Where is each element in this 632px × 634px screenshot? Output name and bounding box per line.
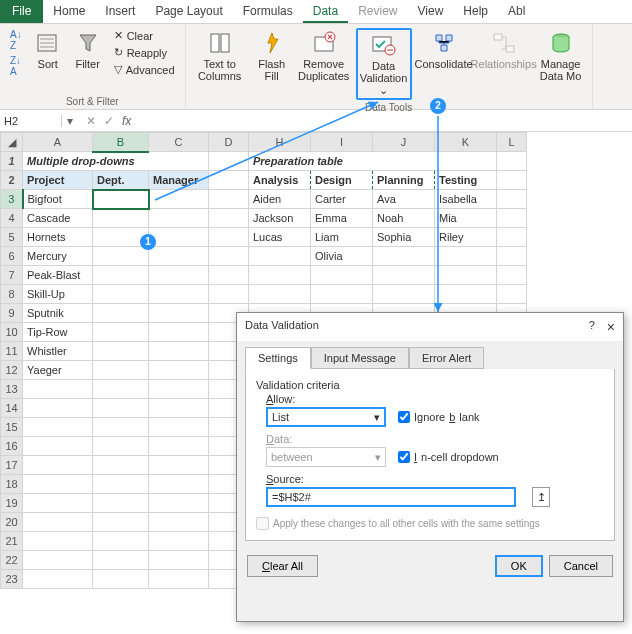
allow-label: Allow: bbox=[266, 393, 604, 405]
tab-home[interactable]: Home bbox=[43, 0, 95, 23]
relationships-button[interactable]: Relationships bbox=[476, 28, 532, 72]
source-label: Source: bbox=[266, 473, 604, 485]
group-sort-filter: A↓Z Z↓A Sort Filter ✕Clear ↻Reapply ▽Adv… bbox=[0, 24, 186, 109]
dialog-tab-error-alert[interactable]: Error Alert bbox=[409, 347, 485, 369]
callout-badge-2: 2 bbox=[430, 98, 446, 114]
flash-fill-icon bbox=[259, 30, 285, 56]
title-right: Preparation table bbox=[249, 152, 497, 171]
relationships-icon bbox=[491, 30, 517, 56]
flash-fill-button[interactable]: Flash Fill bbox=[252, 28, 292, 84]
validation-criteria-label: Validation criteria bbox=[256, 379, 604, 391]
allow-select[interactable]: List▾ bbox=[266, 407, 386, 427]
group-label-sortfilter: Sort & Filter bbox=[66, 94, 119, 107]
sort-asc-icon: A↓Z bbox=[10, 29, 22, 51]
consolidate-button[interactable]: Consolidate bbox=[416, 28, 472, 72]
group-data-tools: Text to Columns Flash Fill Remove Duplic… bbox=[186, 24, 593, 109]
tab-help[interactable]: Help bbox=[453, 0, 498, 23]
formula-bar: H2 ▾ ✕ ✓ fx bbox=[0, 110, 632, 132]
name-box-dropdown[interactable]: ▾ bbox=[62, 114, 78, 128]
dialog-tab-settings[interactable]: Settings bbox=[245, 347, 311, 369]
name-box[interactable]: H2 bbox=[0, 115, 62, 127]
ok-button[interactable]: OK bbox=[495, 555, 543, 577]
tab-page-layout[interactable]: Page Layout bbox=[145, 0, 232, 23]
row-header-1[interactable]: 1 bbox=[1, 152, 23, 171]
row-header-2[interactable]: 2 bbox=[1, 171, 23, 190]
col-header-K[interactable]: K bbox=[435, 133, 497, 152]
tab-insert[interactable]: Insert bbox=[95, 0, 145, 23]
data-validation-icon bbox=[371, 32, 397, 58]
enter-formula-icon[interactable]: ✓ bbox=[104, 114, 114, 128]
apply-all-checkbox: Apply these changes to all other cells w… bbox=[256, 517, 604, 530]
data-select: between▾ bbox=[266, 447, 386, 467]
col-header-A[interactable]: A bbox=[23, 133, 93, 152]
remove-duplicates-icon bbox=[311, 30, 337, 56]
dialog-help-button[interactable]: ? bbox=[589, 319, 595, 335]
manage-data-model-button[interactable]: Manage Data Mo bbox=[536, 28, 586, 84]
cancel-formula-icon[interactable]: ✕ bbox=[86, 114, 96, 128]
tab-data[interactable]: Data bbox=[303, 0, 348, 23]
callout-badge-1: 1 bbox=[140, 234, 156, 250]
title-left: Multiple drop-downs bbox=[23, 152, 209, 171]
data-validation-button[interactable]: Data Validation ⌄ bbox=[356, 28, 412, 100]
svg-rect-7 bbox=[494, 34, 502, 40]
remove-duplicates-button[interactable]: Remove Duplicates bbox=[296, 28, 352, 84]
data-model-icon bbox=[548, 30, 574, 56]
col-header-I[interactable]: I bbox=[311, 133, 373, 152]
svg-rect-2 bbox=[221, 34, 229, 52]
clear-icon: ✕ bbox=[114, 29, 123, 42]
data-validation-dialog: Data Validation ? × Settings Input Messa… bbox=[236, 312, 624, 622]
col-header-B[interactable]: B bbox=[93, 133, 149, 152]
range-selector-button[interactable]: ↥ bbox=[532, 487, 550, 507]
chevron-down-icon: ▾ bbox=[374, 411, 380, 424]
reapply-button[interactable]: ↻Reapply bbox=[110, 45, 179, 60]
col-header-L[interactable]: L bbox=[497, 133, 527, 152]
tab-review[interactable]: Review bbox=[348, 0, 407, 23]
sort-asc-button[interactable]: A↓Z bbox=[6, 28, 26, 52]
clear-all-button[interactable]: Clear All bbox=[247, 555, 318, 577]
dialog-tab-input-message[interactable]: Input Message bbox=[311, 347, 409, 369]
selected-cell-b3[interactable] bbox=[93, 190, 149, 209]
ignore-blank-checkbox[interactable]: Ignore blank bbox=[398, 411, 480, 423]
dialog-title: Data Validation bbox=[245, 319, 319, 335]
chevron-down-icon: ▾ bbox=[375, 451, 381, 464]
advanced-button[interactable]: ▽Advanced bbox=[110, 62, 179, 77]
tab-file[interactable]: File bbox=[0, 0, 43, 23]
select-all-corner[interactable]: ◢ bbox=[1, 133, 23, 152]
row-header-3[interactable]: 3 bbox=[1, 190, 23, 209]
advanced-icon: ▽ bbox=[114, 63, 122, 76]
data-label: Data: bbox=[266, 433, 604, 445]
consolidate-icon bbox=[431, 30, 457, 56]
col-header-J[interactable]: J bbox=[373, 133, 435, 152]
col-header-H[interactable]: H bbox=[249, 133, 311, 152]
sort-desc-button[interactable]: Z↓A bbox=[6, 54, 26, 78]
clear-button[interactable]: ✕Clear bbox=[110, 28, 179, 43]
source-input[interactable]: =$H$2# bbox=[266, 487, 516, 507]
group-label-datatools: Data Tools bbox=[365, 100, 412, 113]
filter-button[interactable]: Filter bbox=[70, 28, 106, 72]
col-header-D[interactable]: D bbox=[209, 133, 249, 152]
sort-desc-icon: Z↓A bbox=[10, 55, 21, 77]
chevron-down-icon: ⌄ bbox=[379, 84, 388, 96]
svg-rect-8 bbox=[506, 46, 514, 52]
tab-ablebits[interactable]: Abl bbox=[498, 0, 535, 23]
tab-view[interactable]: View bbox=[408, 0, 454, 23]
cancel-button[interactable]: Cancel bbox=[549, 555, 613, 577]
in-cell-dropdown-checkbox[interactable]: In-cell dropdown bbox=[398, 451, 499, 463]
text-to-columns-button[interactable]: Text to Columns bbox=[192, 28, 248, 84]
text-to-columns-icon bbox=[207, 30, 233, 56]
col-header-C[interactable]: C bbox=[149, 133, 209, 152]
reapply-icon: ↻ bbox=[114, 46, 123, 59]
filter-icon bbox=[75, 30, 101, 56]
sort-icon bbox=[35, 30, 61, 56]
fx-icon[interactable]: fx bbox=[122, 114, 131, 128]
dialog-close-button[interactable]: × bbox=[607, 319, 615, 335]
sort-button[interactable]: Sort bbox=[30, 28, 66, 72]
tab-formulas[interactable]: Formulas bbox=[233, 0, 303, 23]
ribbon-tabs: File Home Insert Page Layout Formulas Da… bbox=[0, 0, 632, 24]
svg-rect-1 bbox=[211, 34, 219, 52]
